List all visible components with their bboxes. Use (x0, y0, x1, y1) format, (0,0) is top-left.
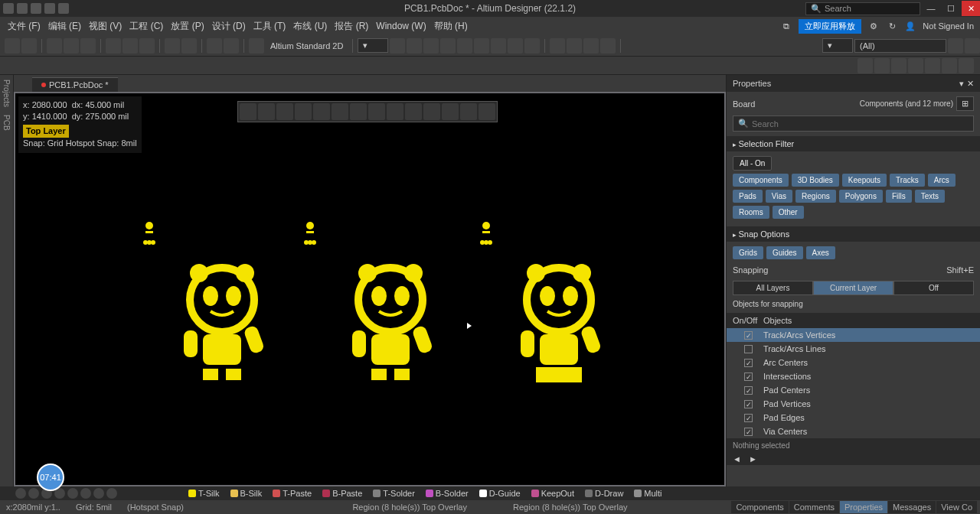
snap-object-row[interactable]: Via Centers (727, 425, 980, 438)
layer-tab-b-silk[interactable]: B-Silk (226, 488, 267, 499)
ab-route-icon[interactable] (350, 103, 367, 120)
snap-object-row[interactable]: Arc Centers (727, 356, 980, 369)
menu-tools[interactable]: 工具 (T) (250, 18, 289, 35)
tool-line[interactable] (491, 38, 506, 54)
menu-place[interactable]: 放置 (P) (168, 18, 207, 35)
tool-arc[interactable] (508, 38, 523, 54)
checkbox[interactable] (744, 372, 753, 381)
qa-icon[interactable] (17, 3, 28, 14)
lt-icon[interactable] (80, 488, 91, 499)
filter-pill-tracks[interactable]: Tracks (890, 174, 925, 187)
checkbox[interactable] (744, 428, 753, 436)
minimize-button[interactable]: — (922, 1, 940, 16)
panel-nav-left-icon[interactable]: ◄ (730, 454, 744, 464)
tool-string[interactable] (583, 38, 599, 54)
filter-pill-3d-bodies[interactable]: 3D Bodies (792, 174, 839, 187)
layer-tab-d-guide[interactable]: D-Guide (475, 488, 525, 499)
lt-icon[interactable] (28, 488, 39, 499)
checkbox[interactable] (744, 359, 753, 367)
ab-more-icon[interactable] (479, 103, 495, 120)
layer-tab-b-solder[interactable]: B-Solder (421, 488, 473, 499)
view-btn3[interactable] (891, 58, 906, 73)
menu-view[interactable]: 视图 (V) (86, 18, 125, 35)
tool-lightning[interactable] (249, 38, 264, 54)
panel-close-icon[interactable]: ✕ (967, 79, 974, 89)
snap-object-row[interactable]: Pad Edges (727, 411, 980, 425)
menu-edit[interactable]: 编辑 (E) (45, 18, 84, 35)
checkbox[interactable] (744, 400, 753, 408)
layer-tab-keepout[interactable]: KeepOut (527, 488, 579, 499)
all-on-button[interactable]: All - On (733, 156, 772, 171)
view-dropdown[interactable]: ▾ (358, 38, 388, 53)
panel-tab-properties[interactable]: Properties (840, 501, 887, 513)
checkbox[interactable] (744, 345, 753, 353)
filter-pill-rooms[interactable]: Rooms (733, 206, 769, 219)
sync-icon[interactable]: ↻ (886, 20, 898, 32)
ab-meas-icon[interactable] (423, 103, 440, 120)
tool-copy[interactable] (106, 38, 121, 54)
tool-filter1[interactable] (948, 38, 963, 54)
panel-tab-components[interactable]: Components (731, 501, 788, 513)
release-banner[interactable]: 立即应用释放 (799, 19, 861, 34)
tool-extra[interactable] (600, 38, 616, 54)
filter-pill-polygons[interactable]: Polygons (839, 190, 883, 203)
panel-tab-view co[interactable]: View Co (936, 501, 977, 513)
tool-paste[interactable] (122, 38, 138, 54)
lt-icon[interactable] (67, 488, 78, 499)
filter-toggle-button[interactable]: ⊞ (956, 96, 974, 111)
lt-icon[interactable] (93, 488, 104, 499)
filter-pill-fills[interactable]: Fills (886, 190, 912, 203)
layer-dropdown[interactable]: ▾ (822, 38, 853, 53)
tool-keepout[interactable] (567, 38, 582, 54)
user-icon[interactable]: 👤 (904, 20, 916, 32)
tool-dim[interactable] (524, 38, 540, 54)
filter-pill-vias[interactable]: Vias (766, 190, 792, 203)
selection-filter-header[interactable]: Selection Filter (727, 136, 980, 151)
tool-region[interactable] (550, 38, 565, 54)
share-icon[interactable]: ⧉ (780, 20, 792, 32)
tool-redo[interactable] (224, 38, 239, 54)
ab-filter-icon[interactable] (240, 103, 256, 120)
gear-icon[interactable]: ⚙ (867, 20, 880, 32)
snap-options-header[interactable]: Snap Options (727, 226, 980, 242)
qa-icon[interactable] (31, 3, 41, 14)
snap-pill-guides[interactable]: Guides (766, 246, 803, 259)
ab-bulb-icon[interactable] (387, 103, 403, 120)
doc-tab-active[interactable]: PCB1.PcbDoc * (32, 77, 118, 92)
ab-via-icon[interactable] (368, 103, 385, 120)
menu-project[interactable]: 工程 (C) (126, 18, 166, 35)
layer-tab-multi[interactable]: Multi (629, 488, 666, 499)
panel-tab-comments[interactable]: Comments (789, 501, 839, 513)
tool-undo[interactable] (207, 38, 222, 54)
menu-design[interactable]: 设计 (D) (209, 18, 249, 35)
view-btn5[interactable] (925, 58, 940, 73)
pcb-canvas[interactable]: x: 2080.000 dx: 45.000 mil y: 1410.000 d… (15, 93, 724, 485)
snap-object-row[interactable]: Track/Arcs Lines (727, 342, 980, 356)
layer-tab-t-silk[interactable]: T-Silk (184, 488, 224, 499)
snap-seg-all-layers[interactable]: All Layers (733, 281, 813, 295)
tool-poly[interactable] (457, 38, 472, 54)
tool-cut[interactable] (139, 38, 155, 54)
panel-tab-messages[interactable]: Messages (888, 501, 936, 513)
qa-icon[interactable] (58, 3, 69, 14)
layer-tab-b-paste[interactable]: B-Paste (318, 488, 367, 499)
snap-pill-axes[interactable]: Axes (806, 246, 835, 259)
panel-nav-right-icon[interactable]: ► (746, 454, 760, 464)
signin-label[interactable]: Not Signed In (923, 21, 974, 31)
checkbox[interactable] (744, 414, 753, 422)
ab-plus-icon[interactable] (276, 103, 293, 120)
snap-object-row[interactable]: Pad Vertices (727, 397, 980, 411)
global-search[interactable]: 🔍 Search (805, 2, 920, 15)
tool-save[interactable] (21, 38, 37, 54)
layer-tab-t-paste[interactable]: T-Paste (268, 488, 316, 499)
snap-seg-off[interactable]: Off (893, 281, 974, 295)
filter-pill-pads[interactable]: Pads (733, 190, 763, 203)
snap-object-row[interactable]: Pad Centers (727, 383, 980, 397)
tool-zoom[interactable] (47, 38, 62, 54)
checkbox[interactable] (744, 386, 753, 395)
filter-pill-regions[interactable]: Regions (795, 190, 836, 203)
view-btn4[interactable] (908, 58, 923, 73)
tool-new[interactable] (5, 38, 20, 54)
tool-text[interactable] (474, 38, 489, 54)
net-filter-dropdown[interactable]: (All) (854, 39, 946, 53)
